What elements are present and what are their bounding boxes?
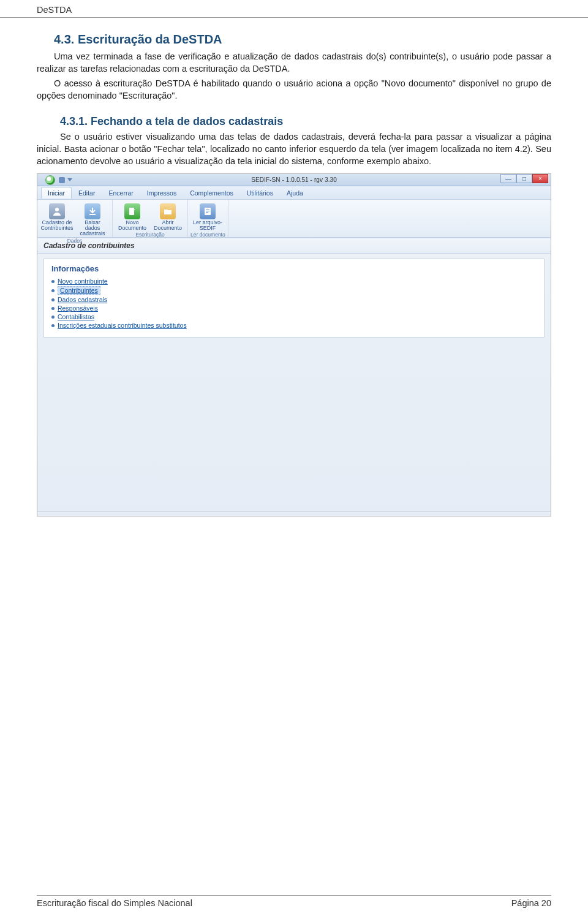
titlebar: SEDIF-SN - 1.0.0.51 - rgv 3.30 — □ × [37, 174, 551, 186]
menubar: Iniciar Editar Encerrar Impressos Comple… [37, 186, 551, 200]
info-list: Novo contribuinte Contribuintes Dados ca… [51, 277, 537, 330]
subsection-title: Fechando a tela de dados cadastrais [91, 115, 283, 127]
svg-rect-6 [206, 212, 208, 213]
content-tab-caption: Cadastro de contribuintes [37, 238, 551, 254]
subsection-para: Se o usuário estiver visualizando uma da… [37, 130, 551, 167]
new-doc-icon [124, 203, 140, 219]
minimize-button[interactable]: — [500, 174, 516, 183]
bullet-icon [51, 280, 55, 283]
subsection-number: 4.3.1. [60, 115, 88, 127]
status-divider [37, 511, 551, 512]
menu-encerrar[interactable]: Encerrar [102, 187, 140, 199]
window-buttons: — □ × [500, 174, 548, 183]
open-doc-icon [160, 203, 176, 219]
info-title: Informações [51, 264, 537, 273]
subsection-heading: 4.3.1. Fechando a tela de dados cadastra… [37, 115, 551, 128]
novo-documento-button[interactable]: Novo Documento [115, 202, 149, 232]
svg-rect-1 [89, 214, 96, 215]
footer-left: Escrituração fiscal do Simples Nacional [37, 898, 192, 908]
quick-access-toolbar[interactable] [59, 177, 72, 183]
menu-impressos[interactable]: Impressos [140, 187, 183, 199]
bullet-icon [51, 289, 55, 292]
footer-right: Página 20 [511, 898, 551, 908]
ribbon-group-label: Escrituração [115, 232, 185, 238]
menu-iniciar[interactable]: Iniciar [41, 187, 72, 199]
maximize-button[interactable]: □ [516, 174, 532, 183]
section-para-1: Uma vez terminada a fase de verificação … [37, 50, 551, 75]
bullet-icon [51, 316, 55, 319]
app-logo-icon [45, 175, 55, 185]
ribbon: Cadastro de Contribuintes Baixar dados c… [37, 200, 551, 238]
info-item-dados-cadastrais[interactable]: Dados cadastrais [51, 295, 537, 304]
window-title: SEDIF-SN - 1.0.0.51 - rgv 3.30 [251, 176, 337, 183]
info-item-novo-contribuinte[interactable]: Novo contribuinte [51, 277, 537, 286]
bullet-icon [51, 324, 55, 327]
bullet-icon [51, 298, 55, 301]
download-icon [85, 203, 100, 219]
info-item-contabilistas[interactable]: Contabilistas [51, 312, 537, 321]
ler-arquivo-button[interactable]: Ler arquivo-SEDIF [190, 202, 225, 232]
doc-title: DeSTDA [37, 5, 72, 15]
qat-icon[interactable] [59, 177, 65, 183]
section-para-2: O acesso à escrituração DeSTDA é habilit… [37, 77, 551, 102]
info-item-contribuintes[interactable]: Contribuintes [51, 286, 537, 295]
page-footer: Escrituração fiscal do Simples Nacional … [37, 895, 551, 908]
user-card-icon [49, 203, 65, 219]
svg-rect-2 [129, 208, 134, 215]
menu-complementos[interactable]: Complementos [183, 187, 240, 199]
app-screenshot-figure: SEDIF-SN - 1.0.0.51 - rgv 3.30 — □ × Ini… [37, 173, 551, 516]
info-panel: Informações Novo contribuinte Contribuin… [43, 259, 545, 338]
menu-ajuda[interactable]: Ajuda [280, 187, 310, 199]
content: 4.3. Escrituração da DeSTDA Uma vez term… [0, 18, 588, 516]
read-file-icon [200, 203, 216, 219]
bullet-icon [51, 307, 55, 310]
qat-dropdown-icon[interactable] [67, 178, 72, 181]
svg-rect-5 [206, 211, 209, 211]
ribbon-group-dados: Cadastro de Contribuintes Baixar dados c… [37, 200, 113, 237]
close-button[interactable]: × [532, 174, 548, 183]
info-item-responsaveis[interactable]: Responsáveis [51, 304, 537, 312]
abrir-documento-button[interactable]: Abrir Documento [151, 202, 185, 232]
ribbon-group-label: Ler documento [190, 232, 225, 238]
cadastro-contribuintes-button[interactable]: Cadastro de Contribuintes [40, 202, 74, 238]
section-title: Escrituração da DeSTDA [78, 32, 222, 46]
info-item-inscricoes[interactable]: Inscrições estaduais contribuintes subst… [51, 321, 537, 330]
menu-editar[interactable]: Editar [72, 187, 102, 199]
ribbon-group-escrituracao: Novo Documento Abrir Documento Escritura… [113, 200, 188, 237]
baixar-dados-button[interactable]: Baixar dados cadastrais [75, 202, 110, 238]
section-number: 4.3. [54, 32, 74, 46]
menu-utilitarios[interactable]: Utilitários [240, 187, 280, 199]
svg-rect-4 [206, 210, 209, 210]
svg-point-0 [55, 208, 59, 211]
section-heading: 4.3. Escrituração da DeSTDA [37, 32, 551, 47]
page-header: DeSTDA [0, 0, 588, 18]
ribbon-group-ler: Ler arquivo-SEDIF Ler documento [188, 200, 228, 237]
